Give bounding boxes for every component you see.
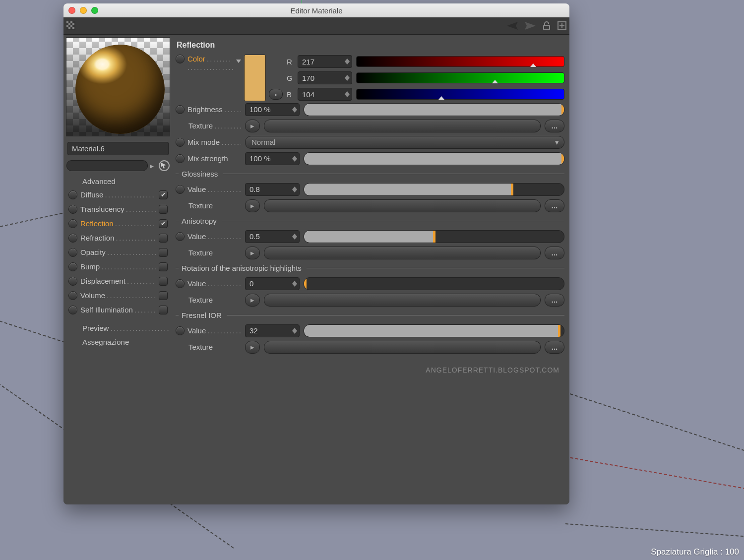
material-name-field[interactable]: Material.6 [67,142,169,155]
reset-icon[interactable] [176,105,185,114]
texture-slot[interactable] [264,199,541,212]
reset-icon[interactable] [68,248,77,257]
channel-reflection[interactable]: Reflection✔ [65,216,171,231]
arrow-right-icon[interactable]: ▸ [269,89,283,100]
reset-icon[interactable] [68,262,77,271]
brightness-field[interactable]: 100 % [245,103,300,116]
advanced-label: Advanced [65,175,171,187]
glossiness-field[interactable]: 0.8 [245,183,300,196]
mixmode-dropdown[interactable]: Normal▾ [245,136,564,149]
browse-button[interactable]: ... [545,341,564,354]
brightness-slider[interactable] [304,103,564,116]
sidebar-item-preview[interactable]: Preview [65,322,171,336]
svg-marker-19 [345,78,350,81]
g-field[interactable]: 170 [298,71,352,84]
texture-slot[interactable] [264,120,541,132]
picker-icon[interactable] [159,160,170,171]
svg-marker-17 [345,62,350,64]
texture-slot[interactable] [264,247,541,259]
rotation-slider[interactable] [304,277,564,290]
texture-arrow-button[interactable]: ▸ [245,341,260,354]
enable-checkbox[interactable] [159,291,168,300]
color-swatch[interactable] [244,55,266,101]
b-slider[interactable] [356,89,564,100]
channel-displacement[interactable]: Displacement [65,274,171,288]
reset-icon[interactable] [176,55,185,63]
browse-button[interactable]: ... [545,120,564,132]
channel-bump[interactable]: Bump [65,259,171,274]
mixstrength-slider[interactable] [304,152,564,165]
channel-opacity[interactable]: Opacity [65,245,171,259]
glossiness-heading: Glossiness [176,167,564,181]
material-editor-window: Editor Materiale Material.6 [63,3,569,504]
texture-label: Texture [188,122,241,130]
sidebar-item-assign[interactable]: Assegnazione [65,336,171,350]
browse-button[interactable]: ... [545,199,564,212]
reset-icon[interactable] [68,234,77,243]
enable-checkbox[interactable] [159,234,168,243]
texture-slot[interactable] [264,294,541,307]
reset-icon[interactable] [68,190,77,199]
chevron-right-icon[interactable]: ▸ [150,161,157,171]
chevron-down-icon[interactable] [236,60,241,63]
texture-slot[interactable] [264,341,541,354]
texture-arrow-button[interactable]: ▸ [245,120,260,132]
checker-icon[interactable] [66,21,75,30]
titlebar[interactable]: Editor Materiale [63,3,569,17]
reset-icon[interactable] [176,279,185,288]
b-field[interactable]: 104 [298,88,352,101]
channel-translucency[interactable]: Translucency [65,202,171,216]
texture-label: Texture [188,343,213,351]
enable-checkbox[interactable] [159,262,168,271]
material-preview[interactable] [66,37,170,136]
reset-icon[interactable] [176,326,185,335]
svg-marker-31 [292,284,297,287]
reset-icon[interactable] [68,291,77,300]
texture-arrow-button[interactable]: ▸ [245,199,260,212]
reset-icon[interactable] [68,219,77,228]
reset-icon[interactable] [176,232,185,241]
reset-icon[interactable] [176,154,185,163]
rotation-field[interactable]: 0 [245,277,300,290]
texture-label: Texture [188,201,213,210]
mixstrength-field[interactable]: 100 % [245,152,300,165]
enable-checkbox[interactable] [159,306,168,314]
g-slider[interactable] [356,72,564,83]
texture-label: Texture [188,249,213,257]
reset-icon[interactable] [68,277,77,286]
reset-icon[interactable] [176,185,185,194]
enable-checkbox[interactable] [159,248,168,257]
texture-arrow-button[interactable]: ▸ [245,294,260,307]
grid-spacing-status: Spaziatura Griglia : 100 [651,547,739,557]
svg-marker-29 [292,237,297,240]
fresnel-slider[interactable] [304,324,564,337]
svg-rect-6 [70,25,72,27]
fresnel-field[interactable]: 32 [245,324,300,337]
channel-refraction[interactable]: Refraction [65,231,171,245]
nav-back-icon[interactable] [507,22,518,30]
anisotropy-slider[interactable] [304,230,564,243]
channel-diffuse[interactable]: Diffuse✔ [65,187,171,202]
anisotropy-field[interactable]: 0.5 [245,230,300,243]
enable-checkbox[interactable]: ✔ [159,219,168,228]
new-icon[interactable] [558,21,566,30]
browse-button[interactable]: ... [545,247,564,259]
window-title: Editor Materiale [63,6,569,15]
glossiness-slider[interactable] [304,183,564,196]
r-field[interactable]: 217 [298,55,352,68]
search-input[interactable] [66,160,148,171]
reset-icon[interactable] [176,138,185,147]
enable-checkbox[interactable] [159,277,168,286]
svg-rect-5 [66,25,68,27]
r-slider[interactable] [356,56,564,67]
reset-icon[interactable] [68,205,77,214]
lock-icon[interactable] [543,21,551,30]
texture-arrow-button[interactable]: ▸ [245,247,260,259]
svg-marker-10 [525,22,536,30]
enable-checkbox[interactable]: ✔ [159,190,168,199]
browse-button[interactable]: ... [545,294,564,307]
channel-volume[interactable]: Volume [65,288,171,303]
reset-icon[interactable] [68,306,77,314]
channel-self-illumination[interactable]: Self Illumination [65,303,171,317]
enable-checkbox[interactable] [159,205,168,214]
